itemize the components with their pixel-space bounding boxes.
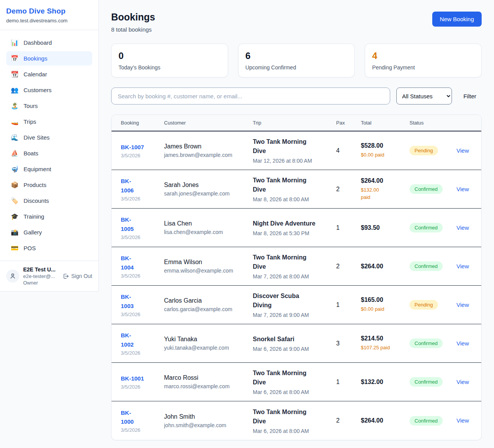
booking-id-link[interactable]: BK-1001 — [121, 374, 164, 383]
trip-date: Mar 8, 2026 at 5:30 PM — [253, 230, 336, 236]
filter-row: All Statuses Filter — [111, 88, 482, 104]
sidebar-item-calendar[interactable]: 📆Calendar — [6, 67, 92, 81]
customer-email: sarah.jones@example.com — [164, 190, 253, 197]
booking-date: 3/5/2026 — [121, 196, 164, 202]
view-link[interactable]: View — [457, 186, 469, 192]
booking-id-link[interactable]: BK-1007 — [121, 143, 164, 152]
sidebar-item-label: POS — [24, 245, 36, 251]
sidebar-item-label: Products — [24, 182, 46, 188]
view-link[interactable]: View — [457, 224, 469, 231]
column-header — [455, 118, 472, 128]
status-badge: Pending — [409, 146, 438, 155]
booking-date: 3/5/2026 — [121, 153, 164, 158]
sidebar-item-bookings[interactable]: 📅Bookings — [6, 51, 92, 66]
sign-out-label: Sign Out — [71, 273, 92, 279]
customer-email: emma.wilson@example.com — [164, 268, 253, 274]
customer-name: Carlos Garcia — [164, 297, 253, 304]
customer-name: John Smith — [164, 413, 253, 420]
paid-amount: $132.00 paid — [361, 186, 409, 201]
sidebar-item-tours[interactable]: 🏝️Tours — [6, 99, 92, 113]
booking-id-link[interactable]: BK- 1006 — [121, 177, 164, 195]
view-link[interactable]: View — [457, 263, 469, 269]
trip-date: Mar 12, 2026 at 8:00 AM — [253, 158, 336, 164]
sidebar-item-label: Calendar — [24, 71, 47, 77]
stat-label: Upcoming Confirmed — [245, 64, 348, 71]
sidebar-item-label: Customers — [24, 87, 52, 93]
customer-email: carlos.garcia@example.com — [164, 306, 253, 312]
stats-row: 0Today's Bookings6Upcoming Confirmed4Pen… — [111, 44, 482, 77]
sidebar-item-dive-sites[interactable]: 🌊Dive Sites — [6, 130, 92, 145]
customer-email: john.smith@example.com — [164, 422, 253, 428]
table-row: BK-1007 3/5/2026 James Brown james.brown… — [112, 131, 481, 170]
sidebar-item-dashboard[interactable]: 📊Dashboard — [6, 35, 92, 50]
booking-id-link[interactable]: BK- 1003 — [121, 292, 164, 310]
user-name: E2E Test U... — [23, 266, 59, 273]
pax-count: 2 — [336, 417, 361, 424]
sidebar-item-trips[interactable]: 🚤Trips — [6, 115, 92, 129]
customer-email: james.brown@example.com — [164, 152, 253, 158]
column-header-trip: Trip — [253, 115, 336, 131]
sidebar-item-label: Dive Sites — [24, 134, 50, 141]
filter-button[interactable]: Filter — [458, 90, 482, 103]
page-header: Bookings 8 total bookings New Booking — [111, 12, 482, 33]
graduation-cap-icon: 🎓 — [11, 213, 19, 220]
booking-id-link[interactable]: BK- 1004 — [121, 254, 164, 272]
sidebar-item-label: Boats — [24, 150, 38, 157]
diving-mask-icon: 🤿 — [11, 165, 19, 173]
booking-date: 3/5/2026 — [121, 427, 164, 433]
paid-amount: $107.25 paid — [361, 344, 409, 352]
total-amount: $528.00 — [361, 142, 409, 149]
sidebar-item-pos[interactable]: 💳POS — [6, 241, 92, 255]
trip-name: Night Dive Adventure — [253, 219, 336, 228]
total-amount: $165.00 — [361, 296, 409, 303]
view-link[interactable]: View — [457, 340, 469, 347]
shop-domain: demo.test.divestreams.com — [6, 18, 92, 24]
sidebar-item-equipment[interactable]: 🤿Equipment — [6, 162, 92, 176]
sidebar-item-products[interactable]: 📦Products — [6, 178, 92, 192]
sidebar-item-customers[interactable]: 👥Customers — [6, 83, 92, 97]
status-badge: Confirmed — [409, 416, 443, 426]
customer-name: Emma Wilson — [164, 259, 253, 266]
view-link[interactable]: View — [457, 417, 469, 424]
column-header-total: Total — [361, 115, 409, 131]
sidebar-item-label: Discounts — [24, 197, 49, 204]
sidebar-item-label: Trips — [24, 118, 36, 125]
tear-off-calendar-icon: 📆 — [11, 71, 19, 78]
shop-name: Demo Dive Shop — [6, 7, 92, 15]
sign-out-button[interactable]: Sign Out — [63, 273, 92, 280]
sidebar-item-training[interactable]: 🎓Training — [6, 209, 92, 224]
sidebar-item-discounts[interactable]: 🏷️Discounts — [6, 194, 92, 208]
trip-name: Discover Scuba Diving — [253, 291, 336, 310]
column-header-pax: Pax — [336, 115, 361, 131]
new-booking-button[interactable]: New Booking — [432, 12, 482, 27]
user-section: E2E Test U... e2e-tester@... Owner Sign … — [0, 261, 98, 291]
trip-date: Mar 8, 2026 at 8:00 AM — [253, 196, 336, 202]
view-link[interactable]: View — [457, 379, 469, 385]
view-link[interactable]: View — [457, 301, 469, 308]
booking-id-link[interactable]: BK- 1002 — [121, 331, 164, 349]
booking-id-link[interactable]: BK- 1005 — [121, 215, 164, 233]
tag-icon: 🏷️ — [11, 197, 19, 204]
sidebar-item-boats[interactable]: ⛵Boats — [6, 146, 92, 160]
person-icon — [9, 273, 16, 280]
table-row: BK- 1004 3/5/2026 Emma Wilson emma.wilso… — [112, 247, 481, 286]
trip-date: Mar 7, 2026 at 9:00 AM — [253, 312, 336, 318]
pax-count: 2 — [336, 186, 361, 193]
customer-name: Yuki Tanaka — [164, 336, 253, 343]
wave-icon: 🌊 — [11, 134, 19, 141]
view-link[interactable]: View — [457, 147, 469, 154]
trip-date: Mar 7, 2026 at 8:00 AM — [253, 273, 336, 280]
total-amount: $264.00 — [361, 417, 409, 424]
booking-date: 3/5/2026 — [121, 384, 164, 390]
table-header-row: BookingCustomerTripPaxTotalStatus — [112, 115, 481, 131]
total-amount: $264.00 — [361, 177, 409, 184]
booking-id-link[interactable]: BK- 1000 — [121, 408, 164, 426]
sidebar-item-label: Tours — [24, 103, 38, 109]
search-input[interactable] — [111, 88, 390, 104]
status-badge: Confirmed — [409, 339, 443, 348]
sidebar: Demo Dive Shop demo.test.divestreams.com… — [0, 0, 99, 291]
status-badge: Confirmed — [409, 184, 443, 194]
trip-name: Two Tank Morning Dive — [253, 369, 336, 387]
status-select[interactable]: All Statuses — [396, 88, 452, 104]
sidebar-item-gallery[interactable]: 📸Gallery — [6, 225, 92, 239]
